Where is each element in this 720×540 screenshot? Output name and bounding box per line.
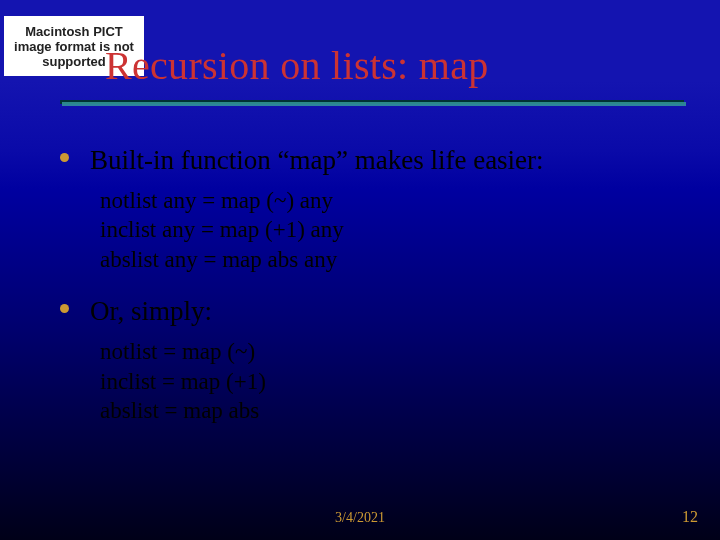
code-line: inclist any = map (+1) any bbox=[100, 215, 670, 244]
bullet-dot-icon bbox=[60, 153, 69, 162]
code-block: notlist any = map (~) any inclist any = … bbox=[60, 186, 670, 274]
code-line: inclist = map (+1) bbox=[100, 367, 670, 396]
page-number: 12 bbox=[682, 508, 698, 526]
slide: Macintosh PICT image format is not suppo… bbox=[0, 0, 720, 540]
header: Recursion on lists: map bbox=[105, 42, 705, 89]
bullet-item: Built-in function “map” makes life easie… bbox=[60, 145, 670, 176]
code-line: notlist = map (~) bbox=[100, 337, 670, 366]
code-line: abslist any = map abs any bbox=[100, 245, 670, 274]
bullet-text: Or, simply: bbox=[90, 296, 212, 326]
code-line: notlist any = map (~) any bbox=[100, 186, 670, 215]
slide-title: Recursion on lists: map bbox=[105, 42, 705, 89]
bullet-text: Built-in function “map” makes life easie… bbox=[90, 145, 544, 175]
bullet-dot-icon bbox=[60, 304, 69, 313]
bullet-item: Or, simply: bbox=[60, 296, 670, 327]
code-line: abslist = map abs bbox=[100, 396, 670, 425]
body: Built-in function “map” makes life easie… bbox=[60, 145, 670, 448]
footer-date: 3/4/2021 bbox=[0, 510, 720, 526]
title-rule bbox=[62, 102, 686, 106]
code-block: notlist = map (~) inclist = map (+1) abs… bbox=[60, 337, 670, 425]
